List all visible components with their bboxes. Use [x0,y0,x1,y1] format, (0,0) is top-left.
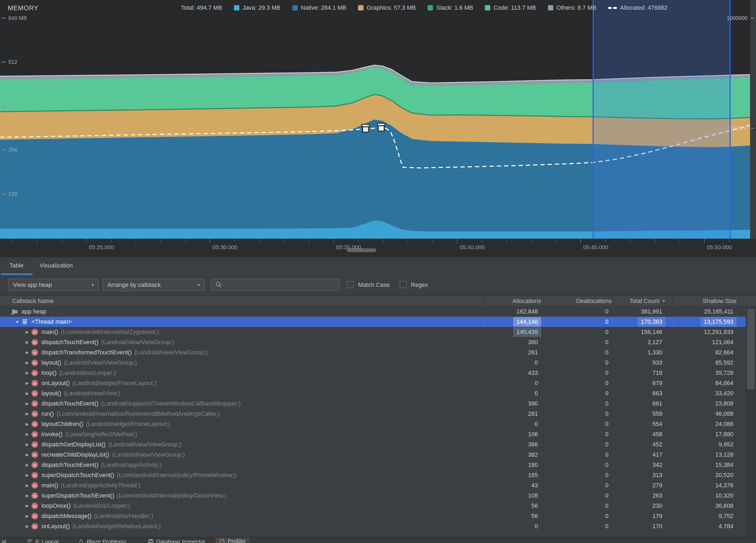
expand-arrow-icon[interactable]: ▶ [24,401,31,406]
cell-shallow: 85,592 [673,357,746,368]
cell-total: 381,991 [612,306,673,317]
column-header-allocations[interactable]: Allocations [484,296,543,306]
table-row[interactable]: ▶monLayout()(Landroid/widget/RelativeLay… [0,521,746,531]
table-row[interactable]: ▶mdispatchTouchEvent()(Landroid/app/Acti… [0,460,746,470]
table-row[interactable]: ▶mloop()(Landroid/os/Looper;)433071839,7… [0,368,746,378]
cell-dealloc: 0 [543,521,612,531]
legend-item: Allocated: 476882 [608,4,667,11]
expand-arrow-icon[interactable]: ▶ [24,514,31,518]
expand-arrow-icon[interactable]: ▶ [24,381,31,385]
chevron-down-icon: ▼ [197,283,201,287]
memory-chart-panel[interactable]: MEMORY Total: 494.7 MB Java: 29.3 MBNati… [0,0,756,239]
expand-arrow-icon[interactable]: ▶ [24,483,31,488]
callstack-signature: (Landroid/app/ActivityThread;) [61,482,140,489]
table-row[interactable]: ▶mdispatchGetDisplayList()(Landroid/view… [0,439,746,450]
expand-arrow-icon[interactable]: ▶ [24,452,31,457]
timeline-axis[interactable]: 05:25.00005:30.00005:35.00005:40.00005:4… [0,239,756,257]
table-row[interactable]: ▶mdispatchTouchEvent()(Landroid/support/… [0,398,746,409]
cell-shallow: 24,088 [673,419,746,429]
callstack-name: onLayout() [41,380,70,387]
expand-arrow-icon[interactable]: ▶ [24,442,31,447]
tab-visualization[interactable]: Visualization [40,262,73,269]
table-row[interactable]: ▶mdispatchMessage()(Landroid/os/Handler;… [0,511,746,521]
table-row[interactable]: app heap162,8480381,99125,165,411 [0,306,746,317]
method-icon: m [31,441,38,448]
expand-arrow-icon[interactable]: ▶ [24,350,31,355]
tab-table[interactable]: Table [9,262,24,269]
heap-folder-icon [11,308,19,315]
table-row[interactable]: ▶mloopOnce()(Landroid/os/Looper;)5602303… [0,501,746,511]
method-icon: m [31,411,38,417]
cell-total: 663 [612,388,673,398]
column-header-callstack-name[interactable]: Callstack Name [0,296,484,306]
table-row[interactable]: ▶monLayout()(Landroid/widget/FrameLayout… [0,378,746,388]
arrange-select-dropdown[interactable]: Arrange by callstack ▼ [103,279,205,291]
search-input[interactable] [225,281,339,288]
timeline-tick-label: 05:45.000 [583,244,608,251]
table-row[interactable]: ▶msuperDispatchTouchEvent()(Lcom/android… [0,470,746,480]
expand-arrow-icon[interactable]: ▶ [24,340,31,345]
method-icon: m [31,492,38,499]
table-row[interactable]: ▶mmain()(Landroid/app/ActivityThread;)43… [0,480,746,490]
table-row[interactable]: ▶mdispatchTouchEvent()(Landroid/view/Vie… [0,337,746,347]
callstack-signature: (Lcom/android/internal/os/ZygoteInit;) [61,328,159,335]
expand-arrow-icon[interactable]: ▶ [24,473,31,478]
column-header-deallocations[interactable]: Deallocations [543,296,612,306]
table-row[interactable]: ▶mrun()(Lcom/android/internal/os/Runtime… [0,409,746,419]
cell-dealloc: 0 [543,480,612,490]
table-row[interactable]: ▶mlayout()(Landroid/view/View;)0066333,4… [0,388,746,398]
result-tabs: Table Visualization [0,257,756,275]
table-row[interactable]: ▼<Thread main>144,1460170,36313,175,593 [0,317,746,327]
toolwindow-button-al[interactable]: al [2,538,6,543]
method-icon: m [31,482,38,489]
cell-alloc: 165 [484,470,543,480]
toolwindow-button-database-inspector[interactable]: Database Inspector [148,538,205,543]
method-icon: m [31,421,38,427]
table-row[interactable]: ▶mlayoutChildren()(Landroid/widget/Frame… [0,419,746,429]
search-field[interactable] [211,279,340,291]
callstack-name: main() [41,482,58,489]
toolwindow-button-profiler[interactable]: Profiler [215,538,250,543]
expand-arrow-icon[interactable]: ▶ [24,360,31,365]
table-row[interactable]: ▶mdispatchTransformedTouchEvent()(Landro… [0,347,746,357]
table-row[interactable]: ▶mmain()(Lcom/android/internal/os/Zygote… [0,327,746,337]
cell-dealloc: 0 [543,450,612,460]
callstack-name: loop() [41,369,57,376]
memory-stacked-area-chart[interactable] [0,0,756,239]
callstack-signature: (Landroid/os/Looper;) [59,369,116,376]
table-row[interactable]: ▶msuperDispatchTouchEvent()(Lcom/android… [0,490,746,501]
table-row[interactable]: ▶mlayout()(Landroid/view/ViewGroup;)0093… [0,357,746,368]
table-row[interactable]: ▶mrecreateChildDisplayList()(Landroid/vi… [0,450,746,460]
regex-checkbox[interactable] [400,281,407,288]
timeline-minor-tick [185,239,186,243]
match-case-checkbox[interactable] [347,281,354,288]
expand-arrow-icon[interactable]: ▶ [24,391,31,396]
expand-arrow-icon[interactable]: ▶ [24,422,31,426]
cell-dealloc: 0 [543,357,612,368]
cell-shallow: 14,376 [673,480,746,490]
callstack-name: layoutChildren() [41,420,83,427]
timeline-minor-tick [309,239,309,243]
expand-arrow-icon[interactable]: ▶ [24,432,31,437]
table-scrollbar[interactable] [746,306,756,537]
legend-item: Native: 284.1 MB [292,4,347,11]
method-icon: m [31,329,38,335]
expand-arrow-icon[interactable]: ▶ [24,370,31,375]
table-row[interactable]: ▶minvoke()(Ljava/lang/reflect/Method;)10… [0,429,746,439]
expand-arrow-icon[interactable]: ▶ [24,411,31,416]
cell-alloc: 433 [484,368,543,378]
expand-arrow-icon[interactable]: ▶ [24,329,31,334]
toolwindow-button-6-logcat[interactable]: 6: Logcat [27,538,59,543]
expand-arrow-icon[interactable]: ▶ [24,524,31,529]
expand-arrow-icon[interactable]: ▶ [24,503,31,508]
column-header-shallow-size[interactable]: Shallow Size [673,296,746,306]
column-header-total-count[interactable]: Total Count ▼ [612,296,673,306]
expand-arrow-icon[interactable]: ▶ [24,493,31,498]
expand-arrow-icon[interactable]: ▶ [24,462,31,467]
toolwindow-button-blaze-problems[interactable]: Blaze Problems [78,538,126,543]
cell-total: 679 [612,378,673,388]
heap-select-dropdown[interactable]: View app heap ▼ [8,279,99,291]
method-icon: m [31,513,38,519]
collapse-arrow-icon[interactable]: ▼ [14,320,21,324]
table-scrollbar-thumb[interactable] [747,308,755,389]
